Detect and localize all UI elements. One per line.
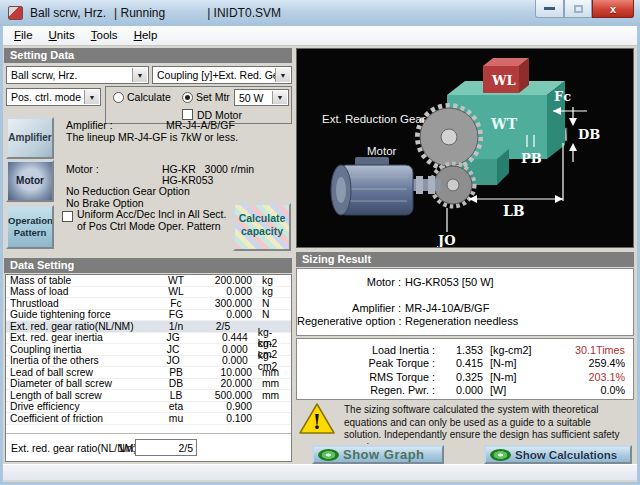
metric-row: Regen. Pwr. : 0.000 [W] 0.0% (297, 384, 633, 398)
amplifier-value: MR-J4-A/B/GF (166, 119, 235, 131)
sizing-result-box: Motor : HG-KR053 [50 W] Amplifier : MR-J… (296, 268, 634, 336)
gear-ratio-symbol: 1/n: (118, 442, 136, 454)
result-motor-label: Motor : (297, 276, 401, 288)
table-row[interactable]: Mass of loadWL0.000kg (6, 287, 291, 299)
minimize-icon (544, 7, 555, 10)
amplifier-label: Amplifier : (66, 119, 113, 131)
result-regen-label: Regenerative option : (297, 315, 401, 327)
motor-button[interactable]: Motor (6, 160, 54, 202)
eye-icon (490, 449, 511, 461)
set-mtr-radio[interactable] (182, 92, 193, 103)
setting-panel: Setting Data Ball scrw, Hrz. ▼ Coupling … (4, 46, 292, 462)
capacity-dropdown[interactable]: 50 W ▼ (234, 89, 289, 106)
data-setting-header: Data Setting (4, 258, 292, 273)
table-row[interactable]: Inertia of the othersJO0.000kg-cm2 (6, 356, 291, 368)
table-row[interactable]: Coefficient of frictionmu0.100 (6, 413, 291, 425)
setting-data-header: Setting Data (4, 48, 292, 63)
gear-ratio-edit-row: Ext. red. gear ratio(NL/NM) 1/n: (6, 439, 291, 459)
calculate-capacity-button[interactable]: Calculate capacity (233, 203, 291, 251)
title-bar[interactable]: Ball scrw, Hrz. | Running | INIDT0.SVM x (0, 0, 640, 26)
table-row[interactable]: Mass of tableWT200.000kg (6, 275, 291, 287)
metric-row: Load Inertia : 1.353 [kg-cm2] 30.1Times (297, 343, 633, 357)
exclamation-icon: ! (313, 410, 322, 434)
wt-label: WT (490, 116, 518, 132)
pb-label: PB (521, 151, 542, 166)
result-motor-value: HG-KR053 [50 W] (401, 276, 494, 288)
load-inertia-ratio: 30.1Times (531, 344, 633, 356)
mechanism-illustration: WL WT (296, 48, 634, 248)
wl-label: WL (491, 73, 516, 88)
chevron-down-icon: ▼ (275, 68, 290, 82)
rms-torque-ratio: 203.1% (516, 371, 633, 383)
chevron-down-icon: ▼ (84, 90, 99, 104)
menu-file[interactable]: File (6, 27, 41, 44)
show-graph-button[interactable]: Show Graph (312, 445, 444, 464)
menu-tools[interactable]: Tools (83, 27, 126, 44)
result-amplifier-label: Amplifier : (297, 302, 401, 314)
sizing-result-header: Sizing Result (296, 252, 634, 267)
result-regen-value: Regeneration needless (401, 315, 518, 327)
uniform-accdec-checkbox[interactable] (62, 211, 73, 222)
menu-help[interactable]: Help (126, 27, 166, 44)
table-footer-divider (6, 433, 291, 434)
gear-ratio-input[interactable] (135, 439, 197, 456)
table-row[interactable]: Drive efficiencyeta0.900 (6, 402, 291, 414)
motor-diagram-label: Motor (367, 145, 397, 157)
operation-pattern-button[interactable]: Operation Pattern (6, 205, 54, 249)
ext-gear-label: Ext. Reduction Gear (322, 113, 426, 125)
result-amplifier-value: MR-J4-10A/B/GF (401, 302, 489, 314)
table-row[interactable]: ThrustloadFc300.000N (6, 298, 291, 310)
amplifier-note: The lineup MR-J4-GF is 7kW or less. (66, 131, 238, 143)
table-row[interactable]: Lead of ball screwPB10.000mm (6, 367, 291, 379)
menu-bar: File Units Tools Help (3, 26, 637, 46)
lb-label: LB (503, 203, 525, 219)
result-panel: WL WT (296, 46, 634, 462)
chevron-down-icon: ▼ (272, 91, 287, 104)
amplifier-button[interactable]: Amplifier (6, 117, 54, 159)
table-row[interactable]: Diameter of ball screwDB20.000mm (6, 379, 291, 391)
menu-units[interactable]: Units (41, 27, 83, 44)
load-metrics-box: Load Inertia : 1.353 [kg-cm2] 30.1Times … (296, 338, 634, 400)
window-status: | Running (114, 6, 165, 20)
set-mtr-radio-label: Set Mtr (196, 91, 230, 103)
table-row[interactable]: Guide tightening forceFG0.000N (6, 310, 291, 322)
fc-label: Fc (554, 89, 571, 104)
mechanism-dropdown[interactable]: Ball scrw, Hrz. ▼ (6, 66, 149, 84)
chevron-down-icon: ▼ (132, 68, 147, 82)
close-button[interactable]: x (592, 0, 634, 18)
minimize-button[interactable] (535, 0, 564, 18)
uniform-accdec-label: Uniform Acc/Dec Incl in All Sect. of Pos… (77, 208, 233, 232)
app-icon (8, 6, 23, 20)
regen-power-ratio: 0.0% (506, 384, 633, 396)
coupling-dropdown[interactable]: Coupling [y]+Ext. Red. Gear [y] ▼ (152, 66, 292, 84)
metric-row: Peak Torque : 0.415 [N-m] 259.4% (297, 357, 633, 371)
calculate-radio-label: Calculate (127, 91, 171, 103)
warning-icon: ! (298, 402, 336, 436)
peak-torque-ratio: 259.4% (516, 357, 633, 369)
app-window: Ball scrw, Hrz. | Running | INIDT0.SVM x… (0, 0, 640, 485)
window-title: Ball scrw, Hrz. (30, 6, 106, 20)
calculate-radio[interactable] (113, 92, 124, 103)
status-bar (3, 464, 637, 480)
window-file: | INIDT0.SVM (207, 6, 281, 20)
ball-screw-diagram: WL WT (297, 49, 633, 247)
client-area: Setting Data Ball scrw, Hrz. ▼ Coupling … (3, 46, 637, 482)
show-calculations-button[interactable]: Show Calculations (484, 445, 632, 464)
motor-note-reduction: No Reduction Gear Option (66, 185, 190, 197)
db-label: DB (578, 127, 600, 142)
table-row[interactable]: Length of ball screwLB500.000mm (6, 390, 291, 402)
maximize-button[interactable] (564, 0, 592, 18)
metric-row: RMS Torque : 0.325 [N-m] 203.1% (297, 370, 633, 384)
control-mode-dropdown[interactable]: Pos. ctrl. mode ▼ (6, 88, 101, 106)
eye-icon (318, 449, 339, 461)
data-setting-table: Mass of tableWT200.000kg Mass of loadWL0… (5, 274, 292, 462)
motor-label: Motor : (66, 163, 99, 175)
jo-label: JO (437, 233, 455, 247)
close-icon: x (610, 3, 616, 15)
maximize-icon (574, 5, 583, 13)
